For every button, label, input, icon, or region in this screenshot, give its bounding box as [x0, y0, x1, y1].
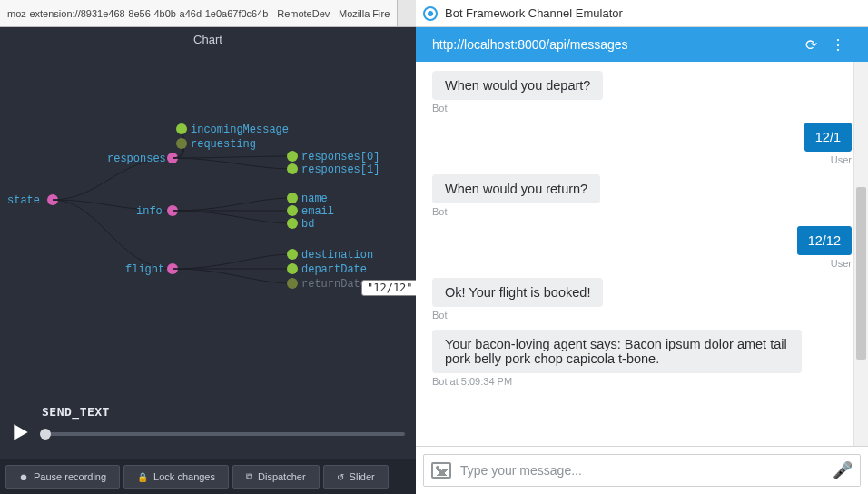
- state-tree-chart[interactable]: state responses info flight: [0, 54, 416, 392]
- chat-scrollbar[interactable]: [853, 62, 868, 446]
- bot-message: When would you return?Bot: [432, 174, 852, 217]
- leaf-label: returnDate: [301, 278, 367, 291]
- message-meta: Bot: [432, 206, 852, 217]
- browser-tabbar: moz-extension://8931e468-8e56-4b0b-a46d-…: [0, 0, 416, 27]
- leaf-label: departDate: [301, 263, 367, 276]
- message-input[interactable]: [460, 463, 824, 478]
- message-bubble[interactable]: Your bacon-loving agent says: Bacon ipsu…: [432, 330, 802, 373]
- record-icon: ⏺: [19, 472, 28, 482]
- message-bubble[interactable]: Ok! Your flight is booked!: [432, 278, 603, 307]
- leaf-label: responses[1]: [301, 163, 380, 176]
- window-title: Bot Framework Channel Emulator: [445, 6, 623, 20]
- leaf-responses-1[interactable]: [287, 163, 298, 174]
- lock-icon: 🔒: [137, 472, 148, 482]
- kebab-icon: ⋮: [831, 37, 845, 53]
- slider-button[interactable]: ↺Slider: [323, 465, 389, 489]
- compose-bar: 🎤: [416, 446, 868, 494]
- leaf-requesting[interactable]: [176, 138, 187, 149]
- bot-message: Your bacon-loving agent says: Bacon ipsu…: [432, 330, 852, 387]
- microphone-icon: 🎤: [833, 461, 853, 479]
- current-action-name: SEND_TEXT: [42, 405, 405, 419]
- bot-message: Ok! Your flight is booked!Bot: [432, 278, 852, 321]
- message-bubble[interactable]: When would you depart?: [432, 71, 603, 100]
- leaf-name[interactable]: [287, 193, 298, 203]
- leaf-email[interactable]: [287, 205, 298, 216]
- svg-marker-0: [14, 424, 27, 440]
- pause-recording-button[interactable]: ⏺Pause recording: [5, 465, 120, 489]
- message-meta: Bot: [432, 103, 852, 114]
- leaf-label: incomingMessage: [191, 124, 289, 136]
- leaf-label: bd: [301, 218, 314, 231]
- attach-image-button[interactable]: [431, 462, 451, 479]
- devtools-panel: moz-extension://8931e468-8e56-4b0b-a46d-…: [0, 0, 416, 494]
- leaf-destination[interactable]: [287, 249, 298, 260]
- chart-header: Chart: [0, 27, 416, 54]
- leaf-label: destination: [301, 249, 373, 262]
- message-bubble[interactable]: 12/12: [797, 226, 852, 255]
- chat-transcript[interactable]: When would you depart?Bot12/1UserWhen wo…: [416, 62, 868, 446]
- message-meta: User: [432, 154, 852, 165]
- refresh-button[interactable]: ⟳: [797, 36, 824, 54]
- endpoint-url: http://localhost:8000/api/messages: [432, 37, 797, 52]
- emulator-topbar: http://localhost:8000/api/messages ⟳ ⋮: [416, 27, 868, 62]
- message-meta: Bot at 5:09:34 PM: [432, 376, 852, 387]
- node-label-state: state: [7, 194, 40, 207]
- node-label-flight: flight: [125, 263, 164, 276]
- slider-icon: ↺: [337, 472, 344, 482]
- emulator-titlebar: Bot Framework Channel Emulator: [416, 0, 868, 27]
- more-menu-button[interactable]: ⋮: [824, 36, 852, 54]
- refresh-icon: ⟳: [805, 37, 817, 53]
- devtools-bottom-toolbar: ⏺Pause recording 🔒Lock changes ⧉Dispatch…: [0, 459, 416, 494]
- message-meta: Bot: [432, 310, 852, 321]
- action-player: SEND_TEXT: [0, 392, 416, 459]
- message-bubble[interactable]: 12/1: [804, 123, 852, 152]
- timeline-slider[interactable]: [40, 432, 405, 436]
- scroll-thumb[interactable]: [856, 187, 866, 360]
- browser-tab[interactable]: moz-extension://8931e468-8e56-4b0b-a46d-…: [0, 0, 398, 26]
- leaf-returnDate[interactable]: [287, 278, 298, 289]
- emulator-panel: Bot Framework Channel Emulator http://lo…: [416, 0, 868, 494]
- user-message: 12/1User: [432, 123, 852, 165]
- lock-changes-button[interactable]: 🔒Lock changes: [123, 465, 229, 489]
- play-button[interactable]: [11, 422, 31, 446]
- leaf-label: responses[0]: [301, 151, 380, 163]
- leaf-departDate[interactable]: [287, 263, 298, 274]
- leaf-responses-0[interactable]: [287, 151, 298, 162]
- node-label-info: info: [136, 205, 163, 218]
- microphone-button[interactable]: 🎤: [833, 460, 853, 480]
- leaf-label: email: [301, 205, 334, 218]
- leaf-label: name: [301, 193, 328, 205]
- dispatch-icon: ⧉: [246, 471, 252, 482]
- user-message: 12/12User: [432, 226, 852, 269]
- botframework-logo-icon: [423, 6, 438, 21]
- node-tooltip: "12/12": [361, 280, 416, 296]
- leaf-bd[interactable]: [287, 218, 298, 229]
- leaf-incomingMessage[interactable]: [176, 124, 187, 134]
- message-meta: User: [432, 258, 852, 269]
- node-label-responses: responses: [107, 153, 166, 165]
- leaf-label: requesting: [191, 138, 256, 151]
- dispatcher-button[interactable]: ⧉Dispatcher: [232, 465, 320, 489]
- bot-message: When would you depart?Bot: [432, 71, 852, 114]
- message-bubble[interactable]: When would you return?: [432, 174, 600, 203]
